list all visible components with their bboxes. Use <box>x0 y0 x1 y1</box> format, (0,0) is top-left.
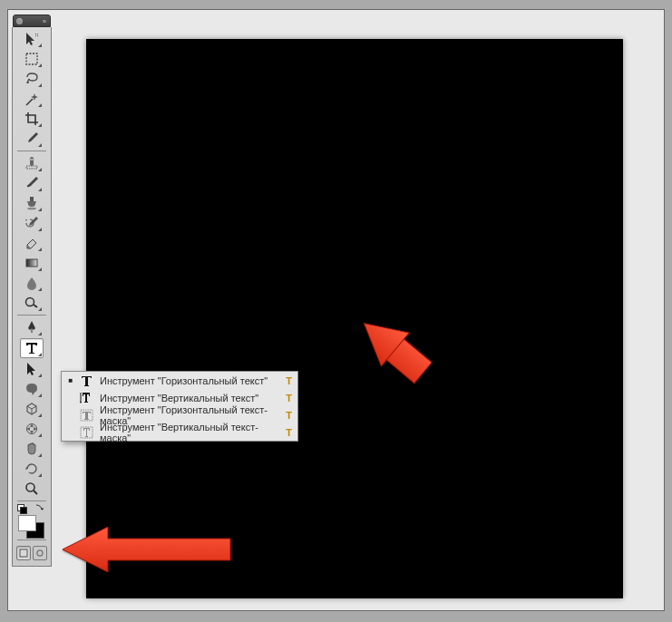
zoom-tool[interactable] <box>21 480 43 498</box>
toolbar-header[interactable]: » <box>13 15 51 27</box>
flyout-shortcut: T <box>281 375 292 386</box>
svg-rect-2 <box>30 157 34 166</box>
svg-rect-5 <box>30 197 34 201</box>
eraser-tool[interactable] <box>21 234 43 252</box>
flyout-shortcut: T <box>281 427 292 438</box>
marquee-tool[interactable] <box>21 50 43 68</box>
crop-tool[interactable] <box>21 110 43 128</box>
rotate-view-tool[interactable] <box>21 460 43 478</box>
flyout-item-vertical-type-mask[interactable]: Инструмент "Вертикальный текст-маска" T <box>62 423 297 441</box>
document-canvas[interactable] <box>86 39 623 598</box>
svg-point-6 <box>27 208 36 210</box>
svg-line-1 <box>26 99 33 105</box>
3d-tool[interactable] <box>21 400 43 418</box>
color-controls <box>15 503 48 514</box>
svg-point-15 <box>37 550 43 556</box>
svg-rect-4 <box>26 166 37 169</box>
eyedropper-tool[interactable] <box>21 130 43 148</box>
shape-tool[interactable] <box>21 380 43 398</box>
flyout-label: Инструмент "Вертикальный текст" <box>100 393 276 403</box>
clone-stamp-tool[interactable] <box>21 194 43 212</box>
collapse-arrows-icon[interactable]: » <box>41 17 48 25</box>
screen-mode-button[interactable] <box>33 546 47 560</box>
svg-point-12 <box>26 483 34 491</box>
separator <box>17 539 46 540</box>
flyout-label: Инструмент "Горизонтальный текст" <box>100 375 276 386</box>
separator <box>17 315 46 316</box>
toolbar-body <box>12 27 52 567</box>
svg-line-9 <box>34 305 37 307</box>
foreground-color-swatch[interactable] <box>18 515 36 531</box>
flyout-shortcut: T <box>281 410 292 421</box>
separator <box>17 501 46 501</box>
3d-camera-tool[interactable] <box>21 420 43 438</box>
flyout-item-horizontal-type[interactable]: ■ Инструмент "Горизонтальный текст" T <box>62 372 297 389</box>
type-tool[interactable] <box>20 338 44 358</box>
lasso-tool[interactable] <box>21 70 43 88</box>
h-type-mask-icon <box>80 408 94 423</box>
close-dot-icon[interactable] <box>16 18 23 24</box>
brush-tool[interactable] <box>21 174 43 192</box>
move-tool[interactable] <box>21 30 43 48</box>
svg-rect-14 <box>20 549 27 557</box>
history-brush-tool[interactable] <box>21 214 43 232</box>
svg-line-13 <box>34 491 37 494</box>
swap-colors-icon[interactable] <box>35 503 44 512</box>
svg-rect-3 <box>30 159 34 160</box>
color-swatches[interactable] <box>15 514 48 538</box>
type-tool-flyout: ■ Инструмент "Горизонтальный текст" T Ин… <box>61 371 298 442</box>
svg-rect-0 <box>26 53 37 64</box>
screen-mode <box>15 544 48 562</box>
h-type-icon <box>80 374 94 388</box>
flyout-shortcut: T <box>281 393 292 403</box>
path-selection-tool[interactable] <box>21 360 43 378</box>
pen-tool[interactable] <box>21 318 43 336</box>
spot-healing-tool[interactable] <box>21 154 43 172</box>
quickmask-mode-button[interactable] <box>16 546 31 560</box>
app-frame: » <box>7 9 665 611</box>
svg-point-8 <box>26 298 34 306</box>
separator <box>17 151 46 151</box>
flyout-label: Инструмент "Вертикальный текст-маска" <box>100 422 276 443</box>
gradient-tool[interactable] <box>21 254 43 272</box>
dodge-tool[interactable] <box>21 294 43 312</box>
checkmark-icon: ■ <box>67 376 74 384</box>
magic-wand-tool[interactable] <box>21 90 43 108</box>
v-type-mask-icon <box>80 425 94 440</box>
blur-tool[interactable] <box>21 274 43 292</box>
svg-rect-7 <box>26 259 37 267</box>
hand-tool[interactable] <box>21 440 43 458</box>
v-type-icon <box>80 391 94 405</box>
tools-panel: » <box>13 15 51 567</box>
